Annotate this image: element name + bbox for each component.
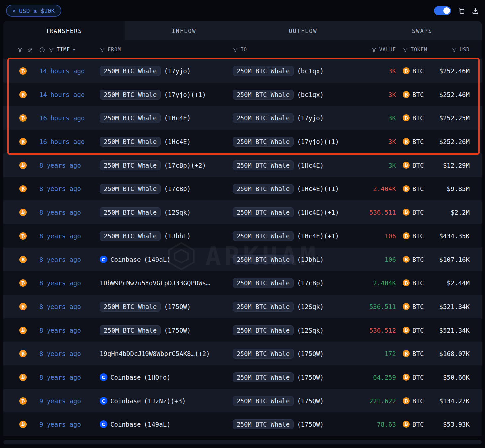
to-cell[interactable]: 250M BTC Whale(175QW): [233, 349, 354, 359]
token-cell[interactable]: ₿ BTC: [396, 303, 435, 310]
address[interactable]: (17yjo): [164, 91, 191, 98]
address[interactable]: (1JzNz): [144, 397, 171, 405]
table-row[interactable]: ₿ 16 hours ago 250M BTC Whale(1Hc4E) 250…: [3, 130, 482, 153]
token-cell[interactable]: ₿ BTC: [396, 185, 435, 192]
entity-chip[interactable]: 250M BTC Whale: [100, 137, 161, 147]
tab-outflow[interactable]: OUTFLOW: [243, 21, 362, 40]
from-cell[interactable]: CCoinbase(149aL): [100, 420, 233, 428]
table-row[interactable]: ₿ 9 years ago CCoinbase(1JzNz)(+3) 250M …: [3, 389, 482, 412]
from-cell[interactable]: 250M BTC Whale(17cBp)(+2): [100, 160, 233, 170]
token-cell[interactable]: ₿ BTC: [396, 374, 435, 381]
token-cell[interactable]: ₿ BTC: [396, 350, 435, 357]
from-cell[interactable]: CCoinbase(149aL): [100, 256, 233, 263]
table-row[interactable]: ₿ 14 hours ago 250M BTC Whale(17yjo)(+1)…: [3, 83, 482, 106]
entity-chip[interactable]: 250M BTC Whale: [233, 231, 294, 241]
to-cell[interactable]: 250M BTC Whale(1Hc4E): [233, 160, 354, 170]
address[interactable]: (175QW): [297, 350, 324, 357]
entity-chip[interactable]: 250M BTC Whale: [100, 325, 161, 335]
token-cell[interactable]: ₿ BTC: [396, 162, 435, 169]
transfer-time[interactable]: 8 years ago: [39, 232, 100, 240]
to-cell[interactable]: 250M BTC Whale(1Hc4E)(+1): [233, 207, 354, 217]
address[interactable]: (17cBp): [297, 279, 324, 287]
from-cell[interactable]: 250M BTC Whale(17cBp): [100, 184, 233, 194]
to-cell[interactable]: 250M BTC Whale(175QW): [233, 396, 354, 406]
entity-chip[interactable]: 250M BTC Whale: [233, 396, 294, 406]
address[interactable]: (17cBp): [164, 162, 191, 169]
close-icon[interactable]: ✕: [13, 8, 16, 14]
address[interactable]: (1Hc4E): [164, 138, 191, 145]
transfer-time[interactable]: 8 years ago: [39, 327, 100, 334]
column-token[interactable]: TOKEN: [411, 47, 427, 53]
filter-icon[interactable]: [49, 47, 54, 52]
filter-icon[interactable]: [403, 47, 408, 52]
filter-icon[interactable]: [452, 47, 457, 52]
table-row[interactable]: ₿ 8 years ago 250M BTC Whale(17cBp) 250M…: [3, 177, 482, 200]
column-to[interactable]: TO: [241, 47, 247, 53]
entity-chip[interactable]: 250M BTC Whale: [100, 90, 161, 100]
from-cell[interactable]: 250M BTC Whale(1Hc4E): [100, 113, 233, 123]
token-cell[interactable]: ₿ BTC: [396, 67, 435, 75]
tab-inflow[interactable]: INFLOW: [125, 21, 243, 40]
address[interactable]: (1Hc4E): [297, 185, 324, 192]
token-cell[interactable]: ₿ BTC: [396, 138, 435, 145]
address[interactable]: (149aL): [144, 421, 171, 428]
from-cell[interactable]: CCoinbase(1JzNz)(+3): [100, 397, 233, 405]
tab-swaps[interactable]: SWAPS: [362, 21, 482, 40]
transfer-time[interactable]: 14 hours ago: [39, 67, 100, 75]
from-cell[interactable]: 250M BTC Whale(17yjo)(+1): [100, 90, 233, 100]
address[interactable]: (149aL): [144, 256, 171, 263]
address[interactable]: (12Sqk): [297, 303, 324, 310]
to-cell[interactable]: 250M BTC Whale(12Sqk): [233, 325, 354, 335]
from-cell[interactable]: 250M BTC Whale(1JbhL): [100, 231, 233, 241]
column-usd[interactable]: USD: [460, 47, 470, 53]
token-cell[interactable]: ₿ BTC: [396, 421, 435, 428]
entity-name[interactable]: Coinbase: [110, 374, 141, 381]
entity-chip[interactable]: 250M BTC Whale: [100, 160, 161, 170]
address[interactable]: (1Hc4E): [297, 209, 324, 216]
transfer-time[interactable]: 8 years ago: [39, 256, 100, 263]
entity-chip[interactable]: 250M BTC Whale: [233, 325, 294, 335]
transfer-time[interactable]: 8 years ago: [39, 185, 100, 192]
clock-icon[interactable]: [39, 47, 45, 53]
usd-filter-chip[interactable]: ✕ USD ≥ $20K: [6, 5, 61, 17]
to-cell[interactable]: 250M BTC Whale(17yjo): [233, 113, 354, 123]
from-cell[interactable]: 250M BTC Whale(175QW): [100, 302, 233, 312]
table-row[interactable]: ₿ 16 hours ago 250M BTC Whale(1Hc4E) 250…: [3, 106, 482, 130]
address[interactable]: (175QW): [297, 374, 324, 381]
entity-chip[interactable]: 250M BTC Whale: [233, 184, 294, 194]
transfer-time[interactable]: 8 years ago: [39, 374, 100, 381]
from-cell[interactable]: CCoinbase(1HQfo): [100, 373, 233, 381]
to-cell[interactable]: 250M BTC Whale(12Sqk): [233, 302, 354, 312]
toggle-switch[interactable]: [434, 6, 451, 15]
table-row[interactable]: ₿ 8 years ago 19qHn4bDDcJ19W8WbprC5AK8… …: [3, 342, 482, 365]
address[interactable]: (bc1qx): [297, 67, 324, 75]
transfer-time[interactable]: 8 years ago: [39, 279, 100, 287]
address[interactable]: (17yjo): [297, 114, 324, 122]
table-row[interactable]: ₿ 9 years ago CCoinbase(149aL) 250M BTC …: [3, 412, 482, 436]
chevron-down-icon[interactable]: ▾: [73, 47, 75, 52]
address[interactable]: (1HQfo): [144, 374, 171, 381]
entity-chip[interactable]: 250M BTC Whale: [100, 66, 161, 76]
entity-chip[interactable]: 250M BTC Whale: [233, 160, 294, 170]
link-icon[interactable]: [27, 47, 33, 52]
transfer-time[interactable]: 8 years ago: [39, 209, 100, 216]
table-row[interactable]: ₿ 8 years ago CCoinbase(149aL) 250M BTC …: [3, 248, 482, 271]
transfer-time[interactable]: 9 years ago: [39, 421, 100, 428]
tab-transfers[interactable]: TRANSFERS: [3, 21, 125, 40]
address[interactable]: 1DbW9PcMw7u5YoVGLpDJ33GQPDWs…: [100, 279, 210, 287]
address[interactable]: (1Hc4E): [297, 162, 324, 169]
filter-icon[interactable]: [371, 47, 377, 52]
from-cell[interactable]: 250M BTC Whale(17yjo): [100, 66, 233, 76]
table-row[interactable]: ₿ 14 hours ago 250M BTC Whale(17yjo) 250…: [3, 59, 482, 83]
to-cell[interactable]: 250M BTC Whale(175QW): [233, 372, 354, 382]
token-cell[interactable]: ₿ BTC: [396, 91, 435, 98]
address[interactable]: (175QW): [164, 303, 191, 310]
filter-icon[interactable]: [100, 47, 105, 52]
from-cell[interactable]: 250M BTC Whale(175QW): [100, 325, 233, 335]
to-cell[interactable]: 250M BTC Whale(bc1qx): [233, 66, 354, 76]
transfer-time[interactable]: 9 years ago: [39, 397, 100, 405]
table-row[interactable]: ₿ 8 years ago CCoinbase(1HQfo) 250M BTC …: [3, 365, 482, 389]
transfer-time[interactable]: 8 years ago: [39, 303, 100, 310]
entity-chip[interactable]: 250M BTC Whale: [100, 113, 161, 123]
entity-chip[interactable]: 250M BTC Whale: [233, 372, 294, 382]
